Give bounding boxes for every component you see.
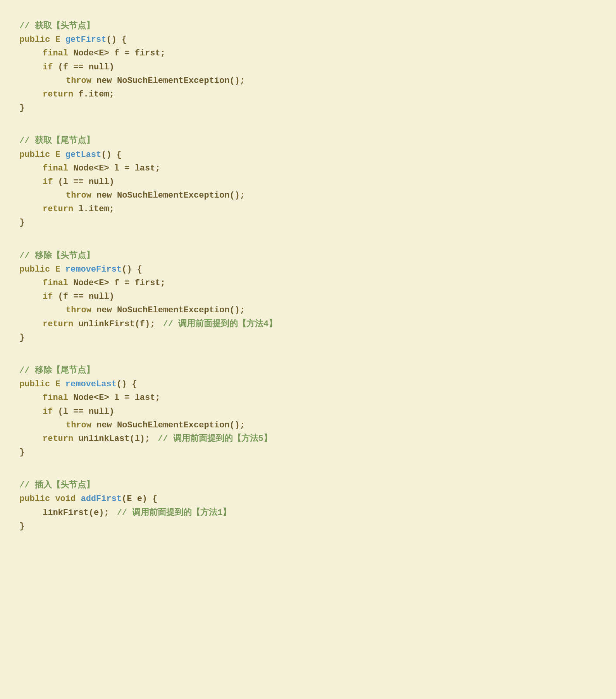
close-brace-get-first: } [19, 101, 597, 115]
section-divider [19, 352, 597, 364]
code-line-get-last-3: return l.item; [19, 202, 597, 216]
code-line-remove-last-0: final Node<E> l = last; [19, 391, 597, 405]
code-line-get-last-1: if (l == null) [19, 175, 597, 189]
method-name-remove-first: removeFirst [65, 265, 122, 274]
section-remove-first: // 移除【头节点】public E removeFirst() {final … [19, 249, 597, 344]
code-line-get-first-0: final Node<E> f = first; [19, 46, 597, 60]
close-brace-remove-first: } [19, 331, 597, 344]
signature-get-last: public E getLast() { [19, 148, 597, 162]
signature-remove-first: public E removeFirst() { [19, 263, 597, 276]
signature-remove-last: public E removeLast() { [19, 377, 597, 391]
method-name-add-first: addFirst [81, 494, 122, 504]
code-line-remove-first-2: throw new NoSuchElementException(); [19, 303, 597, 317]
close-brace-add-first: } [19, 520, 597, 533]
code-line-remove-last-3: return unlinkLast(l);// 调用前面提到的【方法5】 [19, 432, 597, 446]
method-name-get-first: getFirst [65, 35, 107, 45]
method-name-get-last: getLast [65, 150, 101, 160]
section-divider [19, 238, 597, 249]
comment-add-first: // 插入【头节点】 [19, 479, 597, 492]
close-brace-get-last: } [19, 216, 597, 229]
close-brace-remove-last: } [19, 446, 597, 459]
section-get-first: // 获取【头节点】public E getFirst() {final Nod… [19, 19, 597, 115]
comment-remove-first: // 移除【头节点】 [19, 249, 597, 263]
code-line-get-last-2: throw new NoSuchElementException(); [19, 189, 597, 202]
code-line-remove-first-3: return unlinkFirst(f);// 调用前面提到的【方法4】 [19, 317, 597, 331]
section-remove-last: // 移除【尾节点】public E removeLast() {final N… [19, 364, 597, 459]
section-add-first: // 插入【头节点】public void addFirst(E e) {lin… [19, 479, 597, 533]
code-line-get-last-0: final Node<E> l = last; [19, 162, 597, 175]
code-container: // 获取【头节点】public E getFirst() {final Nod… [19, 15, 597, 545]
code-line-remove-last-2: throw new NoSuchElementException(); [19, 418, 597, 432]
comment-get-first: // 获取【头节点】 [19, 19, 597, 33]
code-line-remove-first-0: final Node<E> f = first; [19, 276, 597, 290]
signature-get-first: public E getFirst() { [19, 33, 597, 46]
section-divider [19, 467, 597, 479]
code-line-remove-last-1: if (l == null) [19, 405, 597, 418]
code-line-add-first-0: linkFirst(e);// 调用前面提到的【方法1】 [19, 506, 597, 520]
code-line-remove-first-1: if (f == null) [19, 290, 597, 303]
comment-get-last: // 获取【尾节点】 [19, 134, 597, 148]
code-line-get-first-2: throw new NoSuchElementException(); [19, 74, 597, 88]
code-line-get-first-3: return f.item; [19, 88, 597, 101]
section-divider [19, 122, 597, 134]
signature-add-first: public void addFirst(E e) { [19, 492, 597, 506]
method-name-remove-last: removeLast [65, 379, 117, 389]
comment-remove-last: // 移除【尾节点】 [19, 364, 597, 377]
section-get-last: // 获取【尾节点】public E getLast() {final Node… [19, 134, 597, 229]
code-line-get-first-1: if (f == null) [19, 60, 597, 74]
